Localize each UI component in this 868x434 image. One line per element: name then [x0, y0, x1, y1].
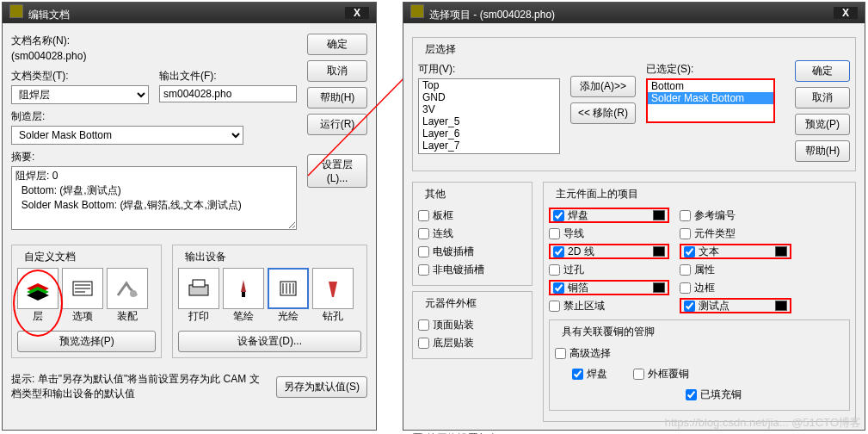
- summary-label: 摘要:: [11, 150, 297, 164]
- list-item[interactable]: Layer_6: [419, 127, 559, 140]
- list-item-selected[interactable]: Solder Mask Bottom: [648, 92, 773, 104]
- list-item[interactable]: Layer_7: [419, 140, 559, 152]
- dlg2-title: 选择项目 - (sm004028.pho): [429, 9, 555, 21]
- swatch[interactable]: [653, 210, 665, 220]
- ok-button[interactable]: 确定: [307, 34, 367, 55]
- chk-board[interactable]: 板框: [418, 208, 526, 223]
- main-legend: 主元件面上的项目: [552, 187, 642, 202]
- assy-icon: [113, 276, 142, 301]
- svg-rect-7: [242, 292, 245, 297]
- add-button[interactable]: 添加(A)>>: [570, 76, 636, 97]
- fablayer-label: 制造层:: [11, 109, 297, 124]
- chk-keepout[interactable]: 禁止区域: [549, 298, 669, 313]
- chk-ptype[interactable]: 元件类型: [680, 226, 791, 241]
- chk-by-net-color[interactable]: 按网络设置颜色: [412, 431, 856, 434]
- drill-icon: [318, 276, 348, 301]
- ok-button-2[interactable]: 确定: [795, 60, 850, 82]
- summary-text[interactable]: 阻焊层: 0 Bottom: (焊盘,测试点) Solder Mask Bott…: [11, 166, 297, 230]
- swatch[interactable]: [653, 282, 665, 293]
- run-button[interactable]: 运行(R): [307, 114, 367, 135]
- preview-button[interactable]: 预览(P): [795, 114, 850, 135]
- chk-plated[interactable]: 电镀插槽: [418, 244, 526, 259]
- pen-iconbtn[interactable]: [223, 268, 264, 309]
- swatch[interactable]: [775, 246, 787, 257]
- help-button-2[interactable]: 帮助(H): [795, 140, 850, 162]
- device-set-button[interactable]: 设备设置(D)...: [178, 331, 361, 352]
- cancel-button-2[interactable]: 取消: [795, 87, 850, 108]
- swatch[interactable]: [775, 301, 787, 311]
- chk-outcu[interactable]: 外框覆铜: [633, 366, 689, 381]
- chk-2dline[interactable]: 2D 线: [549, 244, 669, 259]
- chk-edge[interactable]: 边框: [680, 280, 791, 295]
- chk-nonplated[interactable]: 非电镀插槽: [418, 262, 526, 277]
- edit-document-dialog: 编辑文档 X 文档名称(N): (sm004028.pho) 文档类型(T): …: [2, 2, 377, 431]
- chk-attr[interactable]: 属性: [680, 262, 791, 277]
- chk-filled[interactable]: 已填充铜: [686, 387, 844, 402]
- chk-padcu[interactable]: 焊盘: [572, 366, 607, 381]
- drill-iconbtn[interactable]: [312, 268, 354, 309]
- list-item[interactable]: Layer_5: [419, 115, 559, 127]
- doctype-select[interactable]: 阻焊层: [11, 85, 149, 104]
- option-icon: [68, 276, 97, 301]
- save-default-button[interactable]: 另存为默认值(S): [276, 376, 367, 398]
- select-items-dialog: 选择项目 - (sm004028.pho) X 层选择 可用(V): Top G…: [403, 2, 865, 431]
- chk-ref[interactable]: 参考编号: [680, 208, 791, 223]
- app-icon: [9, 4, 23, 18]
- chk-via[interactable]: 过孔: [549, 262, 669, 277]
- available-label: 可用(V):: [418, 62, 560, 77]
- remove-button[interactable]: << 移除(R): [570, 102, 636, 124]
- selected-list[interactable]: Bottom Solder Mask Bottom: [646, 78, 775, 123]
- chk-test[interactable]: 测试点: [680, 298, 791, 313]
- docname-value: (sm004028.pho): [11, 50, 86, 62]
- svg-point-4: [130, 290, 137, 297]
- chk-topplace[interactable]: 顶面贴装: [418, 317, 526, 332]
- chk-advanced[interactable]: 高级选择: [555, 345, 844, 361]
- chk-conn[interactable]: 连线: [418, 226, 526, 241]
- cancel-button[interactable]: 取消: [307, 60, 367, 82]
- swatch[interactable]: [653, 246, 665, 257]
- pen-icon: [229, 276, 258, 301]
- print-iconbtn[interactable]: [178, 268, 219, 309]
- chk-botplace[interactable]: 底层贴装: [418, 335, 526, 350]
- chk-trace[interactable]: 导线: [549, 226, 669, 241]
- dlg1-title: 编辑文档: [28, 9, 70, 21]
- photo-icon: [274, 276, 303, 301]
- option-iconbtn[interactable]: [62, 268, 103, 309]
- print-icon: [184, 276, 213, 301]
- pen-label: 笔绘: [223, 309, 264, 324]
- app-icon-2: [410, 4, 424, 18]
- out-device-legend: 输出设备: [182, 250, 230, 264]
- list-item[interactable]: Bottom: [648, 80, 773, 92]
- svg-rect-6: [193, 280, 205, 287]
- custom-doc-legend: 自定义文档: [21, 250, 79, 264]
- list-item[interactable]: 3V: [419, 103, 559, 115]
- assy-iconbtn[interactable]: [107, 268, 148, 309]
- titlebar-2: 选择项目 - (sm004028.pho) X: [403, 3, 865, 23]
- chk-pad[interactable]: 焊盘: [549, 208, 669, 223]
- close-icon[interactable]: X: [345, 7, 369, 19]
- setlayer-button[interactable]: 设置层(L)...: [307, 154, 367, 188]
- available-list[interactable]: Top GND 3V Layer_5 Layer_6 Layer_7: [418, 78, 560, 154]
- layer-select-legend: 层选择: [422, 42, 459, 57]
- outline-legend: 元器件外框: [422, 296, 480, 311]
- selected-label: 已选定(S):: [646, 62, 775, 77]
- photo-label: 光绘: [268, 309, 309, 324]
- outfile-input[interactable]: [159, 85, 297, 102]
- chk-text[interactable]: 文本: [680, 244, 791, 259]
- chk-copper[interactable]: 铜箔: [549, 280, 669, 295]
- option-label: 选项: [62, 309, 103, 324]
- list-item[interactable]: GND: [419, 91, 559, 103]
- drill-label: 钻孔: [312, 309, 354, 324]
- tip-text: 提示: 单击"另存为默认值"将当前设置另存为此 CAM 文档类型和输出设备的默认…: [11, 372, 266, 401]
- other-legend: 其他: [422, 187, 449, 202]
- list-item[interactable]: Top: [419, 79, 559, 91]
- close-icon-2[interactable]: X: [834, 7, 858, 19]
- fablayer-select[interactable]: Solder Mask Bottom: [11, 126, 243, 145]
- red-ellipse-annotation: [13, 270, 63, 337]
- docname-label: 文档名称(N):: [11, 34, 297, 48]
- photo-iconbtn[interactable]: [268, 268, 309, 309]
- assoc-legend: 具有关联覆铜的管脚: [558, 325, 658, 339]
- titlebar-1: 编辑文档 X: [3, 3, 376, 23]
- help-button[interactable]: 帮助(H): [307, 87, 367, 108]
- watermark: https://blog.csdn.net/jia... @51CTO博客: [665, 415, 861, 431]
